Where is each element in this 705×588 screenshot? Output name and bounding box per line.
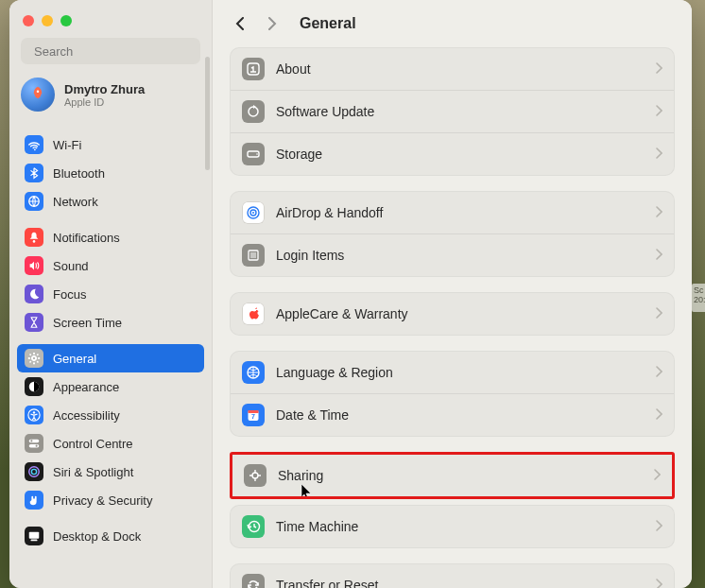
sidebar-item-bluetooth[interactable]: Bluetooth <box>17 159 204 187</box>
row-label: Sharing <box>278 468 642 483</box>
row-loginitems[interactable]: Login Items <box>231 233 674 276</box>
sidebar-item-siri[interactable]: Siri & Spotlight <box>17 458 204 486</box>
search-field[interactable] <box>21 38 200 64</box>
svg-rect-17 <box>31 540 38 542</box>
chevron-right-icon <box>655 62 662 77</box>
bell-icon <box>25 228 43 247</box>
sidebar-item-label: Network <box>53 195 98 209</box>
chevron-right-icon <box>655 249 662 263</box>
svg-point-24 <box>252 212 254 214</box>
settings-window: Dmytro Zhura Apple ID Wi-FiBluetoothNetw… <box>9 0 692 588</box>
row-about[interactable]: About <box>231 48 674 90</box>
account-subtitle: Apple ID <box>64 96 145 108</box>
row-timemachine[interactable]: Time Machine <box>231 506 674 547</box>
hand-icon <box>25 491 43 510</box>
row-swupdate[interactable]: Software Update <box>231 90 674 132</box>
cycle-icon <box>242 574 265 588</box>
row-label: AirDrop & Handoff <box>276 205 644 220</box>
close-window-button[interactable] <box>23 15 34 26</box>
sidebar-item-label: Wi-Fi <box>53 138 81 152</box>
row-label: AppleCare & Warranty <box>276 306 644 321</box>
row-transfer[interactable]: Transfer or Reset <box>231 564 674 588</box>
avatar <box>21 78 55 112</box>
row-label: Transfer or Reset <box>276 578 644 588</box>
sharing-icon <box>244 464 267 487</box>
chevron-right-icon <box>655 105 662 119</box>
row-langregion[interactable]: Language & Region <box>231 352 674 393</box>
row-storage[interactable]: Storage <box>231 132 674 175</box>
sidebar-item-controlcentre[interactable]: Control Centre <box>17 429 204 458</box>
chevron-right-icon <box>655 307 662 321</box>
nav-back-button[interactable] <box>230 13 250 34</box>
sidebar-item-label: Privacy & Security <box>53 493 152 508</box>
minimize-window-button[interactable] <box>42 15 53 26</box>
svg-point-13 <box>36 445 38 447</box>
calendar-icon: 7 <box>242 404 265 426</box>
sidebar-item-network[interactable]: Network <box>17 187 204 216</box>
sidebar-item-appearance[interactable]: Appearance <box>17 372 204 401</box>
svg-point-2 <box>37 90 40 93</box>
content-scroll[interactable]: AboutSoftware UpdateStorageAirDrop & Han… <box>213 43 692 588</box>
apple-id-account[interactable]: Dmytro Zhura Apple ID <box>9 74 212 123</box>
settings-group: AppleCare & Warranty <box>230 292 675 336</box>
settings-group: AirDrop & HandoffLogin Items <box>230 191 675 277</box>
rocket-icon <box>28 85 47 104</box>
sidebar-item-label: Notifications <box>53 231 120 245</box>
chevron-right-icon <box>655 520 662 534</box>
sidebar-item-general[interactable]: General <box>17 344 204 372</box>
sidebar-item-sound[interactable]: Sound <box>17 251 204 280</box>
gear-icon <box>25 349 43 368</box>
highlighted-group: Sharing <box>230 452 675 499</box>
sidebar-item-wifi[interactable]: Wi-Fi <box>17 130 204 159</box>
mouse-cursor-icon <box>301 483 314 499</box>
network-icon <box>25 192 43 211</box>
row-label: Date & Time <box>276 407 644 423</box>
row-label: Software Update <box>276 104 644 119</box>
list-icon <box>242 244 265 267</box>
sidebar-item-label: Desktop & Dock <box>53 529 141 544</box>
nav-forward-button[interactable] <box>262 13 283 34</box>
row-applecare[interactable]: AppleCare & Warranty <box>231 293 674 335</box>
disk-icon <box>242 143 265 165</box>
svg-point-3 <box>34 148 36 150</box>
sidebar-item-label: Bluetooth <box>53 166 105 181</box>
row-sharing[interactable]: Sharing <box>232 455 672 496</box>
page-title: General <box>300 15 356 32</box>
svg-rect-16 <box>29 532 40 539</box>
sidebar-item-privacy[interactable]: Privacy & Security <box>17 486 204 514</box>
svg-point-12 <box>30 440 32 441</box>
row-label: About <box>276 61 644 77</box>
switches-icon <box>25 434 43 453</box>
account-name: Dmytro Zhura <box>64 82 145 96</box>
chevron-right-icon <box>655 147 662 162</box>
chevron-right-icon <box>655 366 662 380</box>
siri-icon <box>25 462 43 481</box>
accessibility-icon <box>25 406 43 424</box>
sidebar-item-label: Sound <box>53 259 89 273</box>
sidebar-item-notifications[interactable]: Notifications <box>17 223 204 251</box>
sidebar: Dmytro Zhura Apple ID Wi-FiBluetoothNetw… <box>9 0 213 588</box>
chevron-right-icon <box>655 408 662 423</box>
row-airdrop[interactable]: AirDrop & Handoff <box>231 192 674 233</box>
wifi-icon <box>25 135 43 154</box>
sidebar-scrollbar[interactable] <box>205 57 210 170</box>
sidebar-item-screentime[interactable]: Screen Time <box>17 308 204 337</box>
sound-icon <box>25 256 43 275</box>
sidebar-item-focus[interactable]: Focus <box>17 280 204 308</box>
refresh-icon <box>242 100 265 123</box>
sidebar-item-accessibility[interactable]: Accessibility <box>17 401 204 429</box>
zoom-window-button[interactable] <box>60 15 72 26</box>
sidebar-item-desktopdock[interactable]: Desktop & Dock <box>17 522 204 550</box>
row-label: Language & Region <box>276 365 644 380</box>
background-window-sliver: Sc 20: <box>692 284 705 312</box>
search-input[interactable] <box>28 44 193 59</box>
info-icon <box>242 58 265 80</box>
content-pane: General AboutSoftware UpdateStorageAirDr… <box>213 0 692 588</box>
airdrop-icon <box>242 201 265 224</box>
sidebar-item-label: General <box>53 352 96 366</box>
row-datetime[interactable]: 7Date & Time <box>231 393 674 436</box>
window-controls <box>9 9 212 36</box>
svg-point-15 <box>31 469 36 474</box>
appearance-icon <box>25 377 43 396</box>
moon-icon <box>25 285 43 303</box>
